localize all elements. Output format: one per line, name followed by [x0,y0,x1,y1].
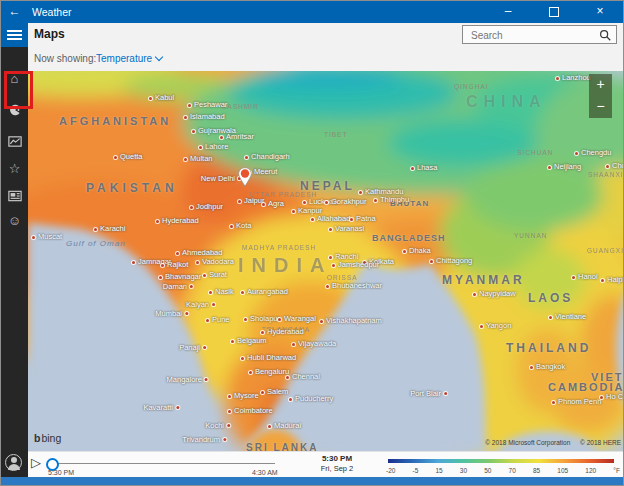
city-dot-icon [268,425,271,428]
title-bar: ← Weather – × [1,1,623,23]
map-city-label: Hanoi [572,272,598,281]
layer-dropdown[interactable]: Temperature [96,53,162,64]
search-box[interactable] [462,25,617,44]
close-button[interactable]: × [577,1,623,23]
map-city-label: Vadodara [196,257,234,266]
city-dot-icon [244,318,247,321]
maximize-button[interactable] [531,1,577,23]
city-dot-icon [209,291,212,294]
city-dot-icon [161,264,164,267]
city-dot-icon [261,331,264,334]
city-dot-icon [203,274,206,277]
legend-tick: 30 [460,467,467,474]
city-dot-icon [289,398,292,401]
zoom-out-button[interactable]: − [589,96,612,118]
map-attribution: © 2018 Microsoft Corporation © 2018 HERE [477,439,621,446]
map-city-label: Bengaluru [249,367,289,376]
map-city-label: Ho Chi Minh [600,392,624,401]
bing-logo: bbing [34,432,61,444]
map-city-label: Kabul [149,93,174,102]
legend-gradient-bar [388,459,614,463]
map-city-label: Chittagong [430,256,472,265]
hamburger-menu-button[interactable] [1,23,28,47]
city-dot-icon [228,395,231,398]
map-city-label: Puducherry [289,394,333,403]
city-dot-icon [188,104,191,107]
map-city-label: Trivandrum [182,435,226,444]
legend-tick: -20 [386,467,395,474]
sidebar-item-historical-weather[interactable] [1,129,28,155]
city-dot-icon [556,77,559,80]
city-dot-icon [231,340,234,343]
minimize-button[interactable]: – [485,1,531,23]
map-city-label: Patna [350,214,376,223]
city-dot-icon [192,130,195,133]
layer-dropdown-value: Temperature [96,53,152,64]
map-city-label: Chandigarh [245,152,290,161]
map-city-label: Vientiane [549,312,586,321]
map-city-label: Meerut [248,167,277,176]
map-city-label: Salem [261,387,288,396]
sidebar-item-news[interactable] [1,184,28,210]
map-city-label: Islamabad [184,112,225,121]
city-dot-icon [326,285,329,288]
map-city-label: Chengdu [575,148,611,157]
map-city-label: Ahmedabad [176,248,222,257]
zoom-in-button[interactable]: + [589,74,612,96]
map-city-label: Surat [203,270,227,279]
map-city-label: New Delhi [201,174,241,183]
city-dot-icon [329,228,332,231]
map-city-label: Chongqing [606,161,624,170]
location-pin[interactable] [238,167,252,187]
city-dot-icon [205,378,208,381]
city-dot-icon [262,203,265,206]
city-dot-icon [430,260,433,263]
map-city-label: Multan [184,154,213,163]
map-city-label: Hubli Dharwad [241,353,296,362]
sidebar-item-favorites[interactable]: ☆ [1,157,28,183]
map-city-label: Peshawar [188,100,227,109]
city-dot-icon [549,316,552,319]
map-zoom-control: + − [589,74,612,118]
search-input[interactable] [469,27,593,44]
search-icon[interactable] [598,28,612,42]
map-country-label: THAILAND [506,341,591,355]
back-icon: ← [9,4,21,18]
map-region-label: GUANGXI [587,247,624,254]
map-city-label: Bangkok [530,362,565,371]
city-dot-icon [303,201,306,204]
play-button[interactable]: ▷ [31,456,41,470]
map-city-label: Lhasa [411,163,437,172]
map-country-label: PAKISTAN [86,181,178,195]
slider-end-time: 4:30 AM [252,469,278,476]
city-dot-icon [94,228,97,231]
map-city-label: Bhavnagar [159,272,201,281]
city-dot-icon [403,250,406,253]
city-dot-icon [132,261,135,264]
map-city-label: Karachi [94,224,125,233]
map-city-label: Madurai [268,421,301,430]
back-button[interactable]: ← [1,1,28,23]
slider-start-time: 5:30 PM [48,469,74,476]
map-region-label: TIBET [324,131,347,138]
city-dot-icon [325,201,328,204]
city-dot-icon [292,343,295,346]
map-city-label: Vijayawada [292,339,336,348]
map-country-label: BANGLADESH [372,233,446,243]
weather-app-window: ← Weather – × ⌂ ☆ [0,0,624,486]
map-city-label: Kavaratti [143,403,179,412]
city-dot-icon [176,252,179,255]
city-dot-icon [241,291,244,294]
map-city-label: Allahabad [311,214,350,223]
news-icon [8,190,22,202]
time-slider-track[interactable] [51,463,275,464]
map-city-label: Yangon [480,321,511,330]
temperature-map[interactable]: AFGHANISTANPAKISTANINDIANEPALBHUTANBANGL… [28,71,624,451]
city-dot-icon [206,319,209,322]
sidebar-item-feedback[interactable]: ☺ [1,209,28,235]
map-city-label: Jaipur [238,196,264,205]
city-dot-icon [350,218,353,221]
city-dot-icon [480,325,483,328]
map-city-label: Agra [262,199,284,208]
sidebar-item-account[interactable] [1,451,28,477]
